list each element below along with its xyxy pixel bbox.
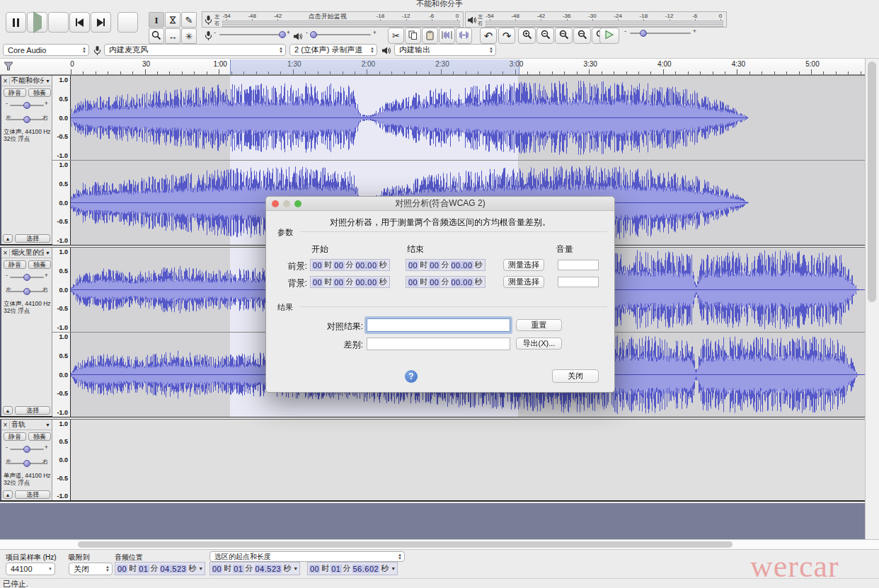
collapse-button[interactable]: ▲ xyxy=(3,490,13,499)
pan-slider[interactable]: 左右 xyxy=(4,286,50,297)
close-window-icon[interactable] xyxy=(272,200,279,207)
foreground-start-field[interactable]: 00时00分00.00秒 xyxy=(310,259,390,271)
close-track-icon[interactable]: × xyxy=(1,249,10,257)
recording-meter[interactable]: 左右-54-48-42-36-30-24-18-12-60点击开始监视 xyxy=(202,11,464,28)
track-control-panel[interactable]: ×音轨▼静音独奏-+左右单声道, 44100 Hz32位 浮点▲选择 xyxy=(0,420,52,500)
gain-slider[interactable]: -+ xyxy=(4,100,50,111)
recording-channels-select[interactable]: 2 (立体声) 录制声道 ▲▼ xyxy=(289,44,377,56)
mute-button[interactable]: 静音 xyxy=(4,260,26,269)
help-icon[interactable]: ? xyxy=(405,370,418,383)
gain-slider[interactable]: -+ xyxy=(4,272,50,283)
maximize-window-icon[interactable] xyxy=(294,200,301,207)
zoom-fit-button[interactable] xyxy=(573,28,591,44)
horizontal-scrollbar[interactable] xyxy=(0,539,879,549)
selection-tool-button[interactable]: I xyxy=(149,12,164,28)
pause-button[interactable] xyxy=(6,12,26,33)
timeline-ruler[interactable]: 0301:001:302:002:303:003:304:004:305:00 xyxy=(0,58,879,75)
playback-volume-thumb[interactable] xyxy=(310,31,317,38)
audio-host-select[interactable]: Core Audio ▲▼ xyxy=(3,44,89,56)
waveform-area[interactable] xyxy=(71,420,865,500)
mute-button[interactable]: 静音 xyxy=(4,432,26,441)
timeline-options-icon[interactable] xyxy=(4,62,13,74)
play-at-speed-button[interactable] xyxy=(599,28,619,44)
solo-button[interactable]: 独奏 xyxy=(28,88,51,97)
pan-thumb[interactable] xyxy=(23,116,30,123)
gain-thumb[interactable] xyxy=(23,446,30,453)
zoom-out-button[interactable] xyxy=(536,28,554,44)
background-measure-button[interactable]: 测量选择 xyxy=(503,276,544,288)
stop-button[interactable] xyxy=(48,12,69,33)
cut-button[interactable]: ✂ xyxy=(388,28,404,44)
rate-select[interactable]: 44100 ▼ xyxy=(6,563,55,575)
contrast-result-field[interactable] xyxy=(367,318,510,332)
pan-slider[interactable]: 左右 xyxy=(4,114,50,125)
gain-thumb[interactable] xyxy=(23,274,30,281)
difference-field[interactable] xyxy=(367,338,510,350)
gain-slider[interactable]: -+ xyxy=(4,444,50,455)
background-end-field[interactable]: 00时00分00.00秒 xyxy=(406,276,486,288)
zoom-in-button[interactable] xyxy=(518,28,536,44)
zoom-selection-button[interactable] xyxy=(555,28,573,44)
play-speed-thumb[interactable] xyxy=(640,30,647,37)
pan-slider[interactable]: 左右 xyxy=(4,458,50,469)
close-track-icon[interactable]: × xyxy=(1,421,10,429)
selection-length-field[interactable]: 00时01分56.602秒▼ xyxy=(307,562,398,575)
vertical-scrollbar[interactable] xyxy=(865,59,879,539)
foreground-measure-button[interactable]: 测量选择 xyxy=(503,259,544,271)
draw-tool-button[interactable]: ✎ xyxy=(181,12,197,28)
pan-thumb[interactable] xyxy=(23,288,30,295)
gain-thumb[interactable] xyxy=(23,102,30,109)
play-button[interactable] xyxy=(27,12,47,33)
selection-start-field[interactable]: 00时01分04.523秒▼ xyxy=(209,562,300,575)
track-name[interactable]: 烟火里的尘埃 xyxy=(10,248,44,258)
recording-volume-thumb[interactable] xyxy=(279,31,286,38)
track-control-panel[interactable]: ×烟火里的尘埃▼静音独奏-+左右立体声, 44100 Hz32位 浮点▲选择 xyxy=(0,248,52,416)
minimize-window-icon[interactable] xyxy=(283,200,290,207)
mute-button[interactable]: 静音 xyxy=(4,88,26,97)
solo-button[interactable]: 独奏 xyxy=(28,432,51,441)
envelope-tool-button[interactable]: ⋈ xyxy=(165,12,180,28)
track-name[interactable]: 音轨 xyxy=(10,420,44,430)
background-start-field[interactable]: 00时00分00.00秒 xyxy=(310,276,390,288)
redo-button[interactable]: ↷ xyxy=(498,28,515,44)
record-button[interactable] xyxy=(117,12,138,33)
selection-mode-select[interactable]: 选区的起点和长度 ▲▼ xyxy=(209,551,405,562)
track-name[interactable]: 不能和你分手 xyxy=(10,76,44,86)
track-select-button[interactable]: 选择 xyxy=(15,406,50,415)
dropdown-arrow-icon[interactable]: ▼ xyxy=(197,566,203,571)
reset-button[interactable]: 重置 xyxy=(516,319,562,331)
playback-device-select[interactable]: 内建输出 ▲▼ xyxy=(394,44,496,56)
vertical-scrollbar-thumb[interactable] xyxy=(868,62,876,302)
dropdown-arrow-icon[interactable]: ▼ xyxy=(390,566,396,571)
playback-volume-slider[interactable]: -+ xyxy=(306,29,377,40)
dialog-titlebar[interactable]: 对照分析(符合WCAG 2) xyxy=(266,197,614,211)
track-control-panel[interactable]: ×不能和你分手▼静音独奏-+左右立体声, 44100 Hz32位 浮点▲选择 xyxy=(0,76,52,244)
zoom-tool-button[interactable] xyxy=(149,28,164,44)
skip-end-button[interactable] xyxy=(91,12,111,33)
meter-monitor-overlay[interactable]: 点击开始监视 xyxy=(288,12,366,21)
undo-button[interactable]: ↶ xyxy=(480,28,497,44)
silence-button[interactable] xyxy=(456,28,472,44)
audio-position-field[interactable]: 00时01分04.523秒▼ xyxy=(115,562,205,575)
recording-device-select[interactable]: 内建麦克风 ▲▼ xyxy=(104,44,286,56)
waveform-area[interactable] xyxy=(71,76,865,160)
foreground-end-field[interactable]: 00时00分00.00秒 xyxy=(406,259,486,271)
playback-meter[interactable]: 左右-54-48-42-36-30-24-18-12-60 xyxy=(465,11,727,28)
horizontal-scrollbar-thumb[interactable] xyxy=(78,541,732,548)
copy-button[interactable] xyxy=(405,28,421,44)
close-track-icon[interactable]: × xyxy=(1,77,10,85)
track-menu-arrow-icon[interactable]: ▼ xyxy=(44,422,52,427)
track-select-button[interactable]: 选择 xyxy=(15,234,50,243)
snap-select[interactable]: 关闭 ▲▼ xyxy=(69,563,113,575)
recording-volume-slider[interactable]: -+ xyxy=(214,29,290,40)
close-button[interactable]: 关闭 xyxy=(552,369,599,383)
export-button[interactable]: 导出(X)... xyxy=(516,338,562,350)
track-menu-arrow-icon[interactable]: ▼ xyxy=(44,79,52,83)
timeshift-tool-button[interactable]: ↔ xyxy=(165,28,180,44)
track-menu-arrow-icon[interactable]: ▼ xyxy=(44,250,52,255)
dropdown-arrow-icon[interactable]: ▼ xyxy=(292,566,298,571)
multi-tool-button[interactable]: ✳ xyxy=(181,28,197,44)
play-speed-slider[interactable]: -+ xyxy=(624,28,696,39)
paste-button[interactable] xyxy=(422,28,438,44)
collapse-button[interactable]: ▲ xyxy=(3,406,13,415)
